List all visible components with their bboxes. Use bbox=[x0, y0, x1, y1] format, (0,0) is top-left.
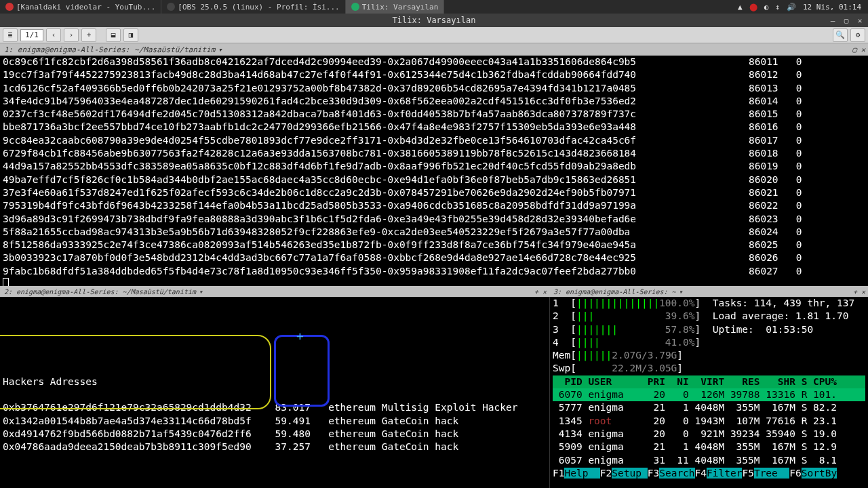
sidebar-toggle-button[interactable]: ≣ bbox=[3, 28, 18, 42]
close-pane-button[interactable]: ✕ bbox=[861, 45, 865, 54]
network-icon[interactable]: ↕ bbox=[775, 3, 780, 12]
terminal-tab-bar: 3: enigma@enigma-All-Series: ~▾ +✕ bbox=[549, 286, 868, 297]
add-pane-button[interactable]: + bbox=[853, 288, 857, 296]
terminal-tab[interactable]: 3: enigma@enigma-All-Series: ~▾ bbox=[549, 288, 687, 296]
terminal-top[interactable]: 0c89c6f1fc82cbf2d6a398d58561f36adb8c0421… bbox=[0, 56, 868, 286]
terminal-bottom-right[interactable]: 1 [||||||||||||||100.0%] Tasks: 114, 439… bbox=[549, 297, 868, 488]
window-titlebar: Tilix: Varsayılan — ▢ ✕ bbox=[0, 14, 868, 27]
split-down-button[interactable]: ⬓ bbox=[106, 28, 121, 42]
add-pane-button[interactable]: + bbox=[534, 288, 538, 296]
terminal-bottom-left[interactable]: + Hackers Adresses0xb3764761e297d6f121e7… bbox=[0, 297, 549, 488]
maximize-pane-button[interactable]: ▢ bbox=[852, 45, 857, 54]
search-button[interactable]: 🔍 bbox=[833, 28, 848, 42]
terminal-tab[interactable]: 1: enigma@enigma-All-Series: ~/Masaüstü/… bbox=[0, 45, 226, 54]
terminal-tab[interactable]: 2: enigma@enigma-All-Series: ~/Masaüstü/… bbox=[0, 288, 207, 296]
add-button[interactable]: + bbox=[81, 28, 96, 42]
user-icon[interactable]: ◐ bbox=[764, 3, 769, 12]
chevron-down-icon[interactable]: ▾ bbox=[218, 45, 222, 54]
prev-button[interactable]: ‹ bbox=[46, 28, 61, 42]
record-icon[interactable]: ⬤ bbox=[749, 3, 757, 12]
taskbar-item[interactable]: [OBS 25.0.5 (linux) - Profil: İsi... bbox=[161, 0, 345, 14]
split-right-button[interactable]: ◨ bbox=[123, 28, 138, 42]
next-button[interactable]: › bbox=[64, 28, 79, 42]
chevron-down-icon[interactable]: ▾ bbox=[199, 288, 203, 296]
minimize-button[interactable]: — bbox=[827, 16, 838, 25]
volume-icon[interactable]: 🔊 bbox=[787, 3, 796, 12]
tilix-toolbar: ≣ 1/1 ‹ › + ⬓ ◨ 🔍 ⚙ bbox=[0, 27, 868, 43]
chevron-down-icon[interactable]: ▾ bbox=[679, 288, 683, 296]
taskbar-item[interactable]: [Kanaldaki videolar - YouTub... bbox=[0, 0, 161, 14]
clock[interactable]: 12 Nis, 01:14 bbox=[803, 3, 861, 12]
system-tray: ▲ ⬤ ◐ ↕ 🔊 12 Nis, 01:14 bbox=[738, 3, 868, 12]
window-title: Tilix: Varsayılan bbox=[393, 16, 476, 25]
close-pane-button[interactable]: ✕ bbox=[542, 288, 547, 296]
close-button[interactable]: ✕ bbox=[854, 16, 865, 25]
close-pane-button[interactable]: ✕ bbox=[861, 288, 865, 296]
tray-icon[interactable]: ▲ bbox=[738, 3, 743, 12]
taskbar-item[interactable]: Tilix: Varsayılan bbox=[346, 0, 445, 14]
terminal-tab-bar: 2: enigma@enigma-All-Series: ~/Masaüstü/… bbox=[0, 286, 549, 297]
desktop-panel: [Kanaldaki videolar - YouTub... [OBS 25.… bbox=[0, 0, 868, 14]
terminal-tab-bar: 1: enigma@enigma-All-Series: ~/Masaüstü/… bbox=[0, 43, 868, 56]
settings-button[interactable]: ⚙ bbox=[850, 28, 865, 42]
maximize-button[interactable]: ▢ bbox=[841, 16, 852, 25]
session-pager[interactable]: 1/1 bbox=[20, 29, 43, 41]
